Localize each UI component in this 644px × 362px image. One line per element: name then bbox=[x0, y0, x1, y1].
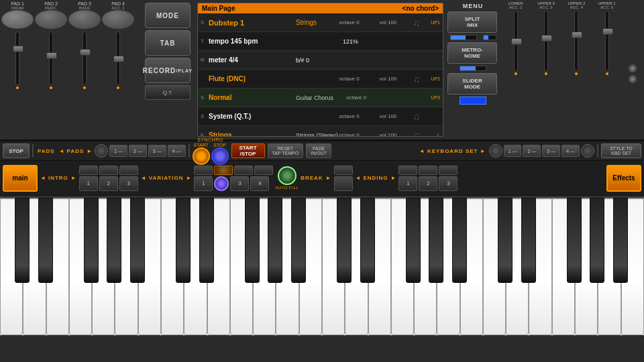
fader-handle-1[interactable] bbox=[13, 46, 23, 52]
style-to-kbd-button[interactable]: STYLE TO KBD SET bbox=[601, 143, 641, 158]
pad4-button[interactable] bbox=[102, 10, 134, 29]
right-knob-1[interactable] bbox=[629, 64, 637, 72]
slider-mode-button[interactable]: SLIDER MODE bbox=[447, 73, 497, 95]
right-fader-handle-1[interactable] bbox=[511, 38, 522, 45]
var-top-4[interactable] bbox=[254, 166, 273, 175]
pad-btn-2[interactable]: 2 — bbox=[129, 145, 147, 157]
right-fader-handle-4[interactable] bbox=[602, 28, 613, 35]
var-top-1[interactable] bbox=[194, 166, 213, 175]
auto-fill-button[interactable] bbox=[278, 166, 297, 185]
black-key-19[interactable] bbox=[590, 198, 604, 283]
pad2-button[interactable] bbox=[35, 10, 67, 29]
kbd-btn-2[interactable]: 2 — bbox=[523, 145, 541, 157]
pad-btn-1[interactable]: 1 — bbox=[109, 145, 127, 157]
end-btn-2[interactable]: 2 bbox=[419, 176, 437, 191]
display-row-7[interactable]: K Strings Strings (Stereo) octave 0 vol … bbox=[198, 126, 443, 137]
record-play-button[interactable]: RECORD /PLAY bbox=[145, 58, 191, 83]
right-fader-track-4[interactable] bbox=[605, 11, 609, 71]
kbd-btn-3[interactable]: 3 — bbox=[542, 145, 560, 157]
split-mix-slider2[interactable] bbox=[483, 35, 496, 40]
fade-button[interactable]: FADE IN/OUT bbox=[306, 143, 331, 158]
kbd-circle-right[interactable] bbox=[581, 144, 594, 158]
intro-top[interactable] bbox=[79, 166, 98, 175]
black-key-4[interactable] bbox=[107, 198, 121, 283]
black-key-10[interactable] bbox=[291, 198, 306, 283]
black-key-16[interactable] bbox=[498, 198, 513, 283]
fader-track-1[interactable] bbox=[15, 32, 19, 85]
fader-handle-3[interactable] bbox=[80, 49, 91, 56]
split-mix-slider[interactable] bbox=[450, 35, 477, 40]
intro-btn-1[interactable]: 1 bbox=[79, 176, 98, 191]
qt-button[interactable]: Q.T. bbox=[145, 85, 191, 100]
break-btn[interactable] bbox=[334, 176, 353, 191]
black-key-11[interactable] bbox=[337, 198, 352, 283]
display-row-6[interactable]: S System (Q.T.) octave 0 vol 100 ♫ bbox=[198, 107, 443, 126]
kbd-circle-left[interactable] bbox=[489, 144, 502, 158]
var-btn-4[interactable]: 4 bbox=[250, 176, 269, 191]
black-key-17[interactable] bbox=[521, 198, 536, 283]
fader-handle-4[interactable] bbox=[113, 56, 124, 62]
pad3-button[interactable] bbox=[68, 10, 101, 29]
intro-btn-3[interactable]: 3 bbox=[119, 176, 138, 191]
black-key-5[interactable] bbox=[130, 198, 145, 283]
display-row-3[interactable]: R meter 4/4 b/# 0 bbox=[198, 51, 443, 70]
black-key-3[interactable] bbox=[84, 198, 99, 283]
intro-btn-2[interactable]: 2 bbox=[99, 176, 118, 191]
black-key-2[interactable] bbox=[38, 198, 53, 283]
var-btn-3[interactable]: 3 bbox=[230, 176, 249, 191]
start-stop-button[interactable]: START /STOP bbox=[231, 143, 265, 158]
right-fader-handle-2[interactable] bbox=[541, 35, 552, 42]
black-key-9[interactable] bbox=[268, 198, 282, 283]
fader-track-4[interactable] bbox=[116, 32, 120, 85]
black-key-8[interactable] bbox=[245, 198, 260, 283]
display-row-2[interactable]: T tempo 145 bpm 121% bbox=[198, 32, 443, 51]
black-key-12[interactable] bbox=[360, 198, 375, 283]
end-top-3[interactable] bbox=[439, 166, 458, 175]
synchro-start-button[interactable] bbox=[193, 147, 210, 165]
kbd-btn-4[interactable]: 4 — bbox=[561, 145, 580, 157]
var-btn-1[interactable]: 1 bbox=[194, 176, 213, 191]
end-btn-1[interactable]: 1 bbox=[398, 176, 417, 191]
synchro-stop-button[interactable] bbox=[211, 147, 229, 165]
pad-btn-3[interactable]: 3 — bbox=[148, 145, 166, 157]
black-key-15[interactable] bbox=[452, 198, 467, 283]
tab-button[interactable]: TAB bbox=[145, 30, 191, 56]
effects-button[interactable]: Effects bbox=[606, 165, 641, 192]
right-fader-track-2[interactable] bbox=[544, 11, 548, 71]
intro-top3[interactable] bbox=[119, 166, 138, 175]
break-top[interactable] bbox=[334, 166, 353, 175]
end-top-2[interactable] bbox=[419, 166, 437, 175]
right-fader-handle-3[interactable] bbox=[572, 32, 582, 38]
var-top-3[interactable] bbox=[234, 166, 253, 175]
split-mix-button[interactable]: SPLIT /MIX bbox=[447, 11, 497, 33]
end-top-1[interactable] bbox=[398, 166, 417, 175]
black-key-13[interactable] bbox=[406, 198, 421, 283]
display-row-5[interactable]: S Normal Guitar Chorus octave 0 UP3 bbox=[198, 88, 443, 107]
var-top-2[interactable] bbox=[214, 166, 233, 175]
metronome-button[interactable]: METRO- NOME bbox=[447, 42, 497, 64]
display-row-1[interactable]: S Dubstep 1 Strings octave 0 vol 100 ♫ U… bbox=[198, 13, 443, 32]
black-key-1[interactable] bbox=[15, 198, 30, 283]
fader-handle-2[interactable] bbox=[46, 52, 57, 59]
mode-button[interactable]: MODE bbox=[145, 3, 191, 28]
right-knob-2[interactable] bbox=[629, 75, 637, 83]
variation-circle[interactable] bbox=[214, 176, 229, 191]
main-button[interactable]: main bbox=[3, 165, 38, 192]
stop-button[interactable]: STOP bbox=[3, 143, 30, 158]
display-row-4[interactable]: Flute (DNC) octave 0 vol 100 ♫ UP2 bbox=[198, 70, 443, 88]
black-key-20[interactable] bbox=[613, 198, 628, 283]
metro-slider[interactable] bbox=[460, 66, 486, 71]
fader-track-2[interactable] bbox=[49, 32, 53, 85]
black-key-14[interactable] bbox=[429, 198, 443, 283]
fader-track-3[interactable] bbox=[83, 32, 87, 85]
reset-button[interactable]: RESET TAP TEMPO bbox=[268, 143, 304, 158]
black-key-18[interactable] bbox=[567, 198, 582, 283]
pad-btn-4[interactable]: 4 — bbox=[168, 145, 186, 157]
intro-top2[interactable] bbox=[99, 166, 118, 175]
right-fader-track-3[interactable] bbox=[574, 11, 578, 71]
pad1-button[interactable] bbox=[1, 10, 34, 29]
black-key-7[interactable] bbox=[199, 198, 214, 283]
end-btn-3[interactable]: 3 bbox=[439, 176, 458, 191]
black-key-6[interactable] bbox=[176, 198, 191, 283]
right-fader-track-1[interactable] bbox=[514, 11, 518, 71]
